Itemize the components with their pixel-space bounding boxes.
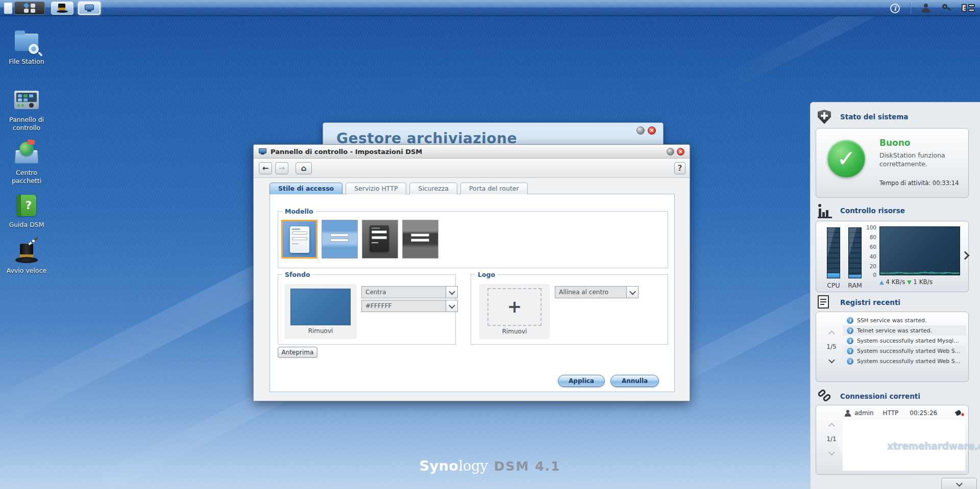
minimize-button[interactable] bbox=[667, 148, 674, 156]
logo-legend: Logo bbox=[475, 271, 498, 278]
desktop-icon-control-panel[interactable]: Pannello di controllo bbox=[3, 88, 50, 132]
watermark-text: xtremehardware.com bbox=[887, 440, 980, 451]
desktop-icon-label: Avvio veloce bbox=[3, 267, 50, 275]
tab-porta-del-router[interactable]: Porta del router bbox=[460, 183, 528, 194]
log-row[interactable]: iTelnet service was started. bbox=[843, 325, 966, 336]
desktop-icon-dsm-help[interactable]: ? Guida DSM bbox=[3, 193, 50, 229]
apply-button[interactable]: Applica bbox=[558, 375, 605, 387]
tab-servizio-http[interactable]: Servizio HTTP bbox=[346, 183, 406, 194]
help-button[interactable]: ? bbox=[674, 162, 685, 174]
tab-strip: Stile di accesso Servizio HTTP Sicurezza… bbox=[270, 183, 531, 194]
info-icon: i bbox=[847, 358, 853, 365]
control-panel-window-icon bbox=[259, 148, 266, 155]
logo-remove-link[interactable]: Rimuovi bbox=[479, 328, 550, 335]
dialog-title: Pannello di controllo - Impostazioni DSM bbox=[271, 148, 422, 156]
logo-add-box[interactable]: + bbox=[487, 288, 542, 326]
info-icon: i bbox=[847, 348, 853, 354]
desktop-icon-package-center[interactable]: Centro pacchetti bbox=[3, 141, 50, 185]
log-row[interactable]: iSystem successfully started Web S... bbox=[843, 346, 966, 356]
background-fit-select[interactable]: Centra bbox=[361, 286, 458, 298]
recent-logs-card: 1/5 iSSH service was started. iTelnet se… bbox=[816, 312, 969, 382]
desktop-icon-label: Pannello di controllo bbox=[3, 116, 50, 132]
template-option-blue-strip[interactable] bbox=[322, 220, 358, 259]
control-panel-icon bbox=[13, 88, 40, 113]
dialog-body: Stile di accesso Servizio HTTP Sicurezza… bbox=[254, 178, 690, 401]
info-icon: i bbox=[847, 317, 853, 324]
document-icon bbox=[818, 295, 833, 310]
dialog-toolbar: ← → ⌂ ? bbox=[254, 159, 690, 178]
resource-monitor-card: CPU RAM 100 80 60 40 20 0 ▲ 4 KB/s ▼ 1 K… bbox=[816, 221, 969, 292]
background-remove-link[interactable]: Rimuovi bbox=[284, 327, 357, 334]
pilot-view-icon[interactable] bbox=[962, 4, 975, 13]
preview-button[interactable]: Anteprima bbox=[278, 347, 317, 358]
log-row[interactable]: iSSH service was started. bbox=[843, 315, 966, 325]
desktop-icon-label: File Station bbox=[3, 58, 50, 66]
desktop-icon-file-station[interactable]: File Station bbox=[3, 30, 50, 66]
pager-up-icon[interactable] bbox=[828, 330, 835, 337]
ram-label: RAM bbox=[845, 281, 865, 289]
network-speed-labels: ▲ 4 KB/s ▼ 1 KB/s bbox=[879, 278, 933, 286]
chevron-down-icon bbox=[626, 287, 638, 298]
system-status-card: ✓ Buono DiskStation funziona correttamen… bbox=[816, 128, 969, 198]
search-icon[interactable] bbox=[941, 3, 951, 13]
template-option-dark-card[interactable] bbox=[362, 220, 398, 259]
cpu-label: CPU bbox=[823, 281, 844, 289]
log-row[interactable]: iSystem successfully started Web S... bbox=[843, 356, 966, 366]
upload-arrow-icon: ▲ bbox=[879, 279, 884, 286]
main-menu-icon bbox=[23, 3, 36, 13]
disconnect-icon[interactable] bbox=[955, 409, 965, 417]
tab-content-panel: Modello bbox=[270, 194, 675, 392]
panel-collapse-button[interactable] bbox=[941, 478, 977, 489]
taskbar: i bbox=[0, 0, 980, 16]
tab-sicurezza[interactable]: Sicurezza bbox=[409, 183, 457, 194]
log-row[interactable]: iSystem successfully started Mysql... bbox=[843, 336, 966, 346]
resource-monitor-title: Controllo risorse bbox=[840, 207, 905, 215]
logo-preview: + Rimuovi bbox=[479, 284, 550, 339]
close-icon[interactable]: × bbox=[677, 148, 684, 156]
current-connections-title: Connessioni correnti bbox=[840, 392, 920, 400]
sfondo-fieldset: Sfondo Rimuovi Centra #FFFFFF bbox=[278, 274, 456, 345]
dialog-titlebar[interactable]: Pannello di controllo - Impostazioni DSM… bbox=[254, 145, 690, 159]
minimize-button[interactable] bbox=[636, 126, 645, 135]
chevron-down-icon bbox=[446, 287, 457, 298]
close-icon[interactable]: × bbox=[648, 126, 656, 135]
desktop-icon-quick-start[interactable]: Avvio veloce bbox=[3, 239, 50, 275]
status-description: DiskStation funziona correttamente. bbox=[879, 151, 957, 169]
pager-down-icon[interactable] bbox=[828, 357, 835, 364]
back-button[interactable]: ← bbox=[259, 162, 272, 174]
pager-up-icon[interactable] bbox=[828, 423, 835, 429]
brand-version: DSM 4.1 bbox=[494, 459, 561, 474]
info-icon: i bbox=[847, 338, 853, 344]
brand-bold: Syno bbox=[420, 458, 459, 474]
package-center-icon bbox=[13, 141, 40, 166]
template-option-blue-card[interactable] bbox=[281, 220, 317, 259]
status-ok-icon: ✓ bbox=[827, 140, 865, 177]
modello-legend: Modello bbox=[282, 208, 316, 215]
background-thumbnail[interactable] bbox=[290, 289, 351, 325]
tab-stile-di-accesso[interactable]: Stile di accesso bbox=[270, 183, 342, 194]
connection-row[interactable]: admin HTTP 00:25:26 bbox=[844, 409, 965, 417]
modello-fieldset: Modello bbox=[278, 211, 668, 268]
recent-logs-title: Registri recenti bbox=[840, 298, 900, 306]
background-color-select[interactable]: #FFFFFF bbox=[361, 300, 458, 312]
shield-icon bbox=[818, 110, 833, 124]
ram-gauge bbox=[848, 227, 862, 278]
home-button[interactable]: ⌂ bbox=[296, 162, 312, 174]
background-preview: Rimuovi bbox=[284, 284, 357, 339]
main-menu-button[interactable] bbox=[14, 2, 45, 15]
taskbar-control-panel-button[interactable] bbox=[78, 2, 101, 15]
forward-button[interactable]: → bbox=[275, 162, 288, 174]
taskbar-quick-start-button[interactable] bbox=[51, 2, 74, 15]
template-option-dark-strip[interactable] bbox=[402, 220, 438, 259]
log-list: iSSH service was started. iTelnet servic… bbox=[843, 315, 966, 366]
desktop-icon-label: Centro pacchetti bbox=[3, 169, 50, 185]
cancel-button[interactable]: Annulla bbox=[610, 375, 659, 387]
user-icon[interactable] bbox=[921, 4, 931, 13]
widget-panel: Stato del sistema ✓ Buono DiskStation fu… bbox=[810, 102, 980, 489]
logo-align-select[interactable]: Allinea al centro bbox=[555, 286, 639, 298]
show-desktop-button[interactable] bbox=[4, 3, 12, 14]
taskbar-right-icons: i bbox=[890, 0, 975, 16]
resource-next-page-button[interactable] bbox=[962, 251, 968, 261]
pager-down-icon[interactable] bbox=[828, 449, 835, 456]
info-icon[interactable]: i bbox=[890, 4, 900, 13]
